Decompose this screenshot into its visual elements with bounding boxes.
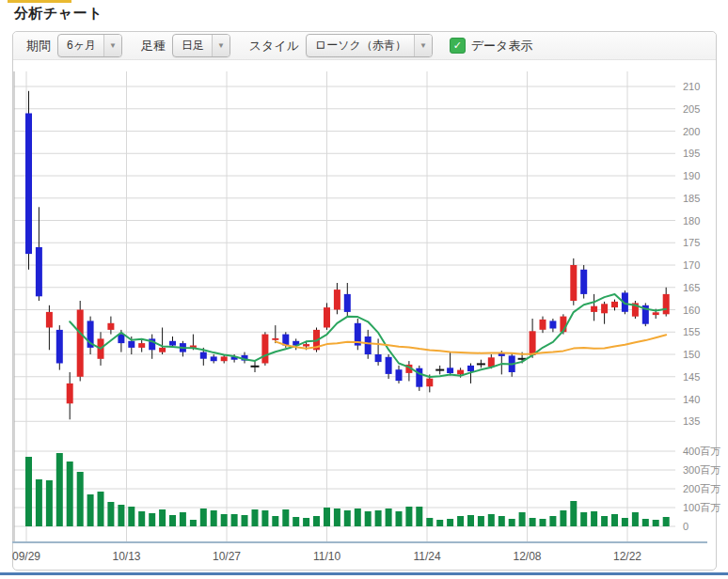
chevron-down-icon[interactable]: ▼ [212, 35, 229, 56]
bar-type-label: 足種 [141, 38, 166, 55]
data-display-label: データ表示 [471, 38, 533, 55]
checkbox-checked-icon[interactable]: ✓ [450, 38, 466, 54]
style-value: ローソク（赤青） [307, 35, 414, 56]
chart-panel: 期間 6ヶ月 ▼ 足種 日足 ▼ スタイル ローソク（赤青） ▼ ✓ データ表示 [12, 31, 717, 571]
period-dropdown[interactable]: 6ヶ月 ▼ [57, 34, 122, 57]
style-dropdown[interactable]: ローソク（赤青） ▼ [306, 34, 433, 57]
period-label: 期間 [26, 38, 51, 55]
page-title: 分析チャート [14, 5, 103, 23]
bar-type-value: 日足 [173, 35, 212, 56]
period-value: 6ヶ月 [58, 35, 103, 56]
chevron-down-icon[interactable]: ▼ [414, 35, 432, 56]
chevron-down-icon[interactable]: ▼ [103, 35, 121, 56]
data-display-toggle[interactable]: ✓ データ表示 [450, 38, 533, 55]
chart-toolbar: 期間 6ヶ月 ▼ 足種 日足 ▼ スタイル ローソク（赤青） ▼ ✓ データ表示 [13, 32, 716, 60]
active-tab-indicator [8, 0, 71, 3]
style-label: スタイル [249, 38, 299, 55]
bottom-divider [0, 572, 728, 575]
bar-type-dropdown[interactable]: 日足 ▼ [172, 34, 230, 57]
